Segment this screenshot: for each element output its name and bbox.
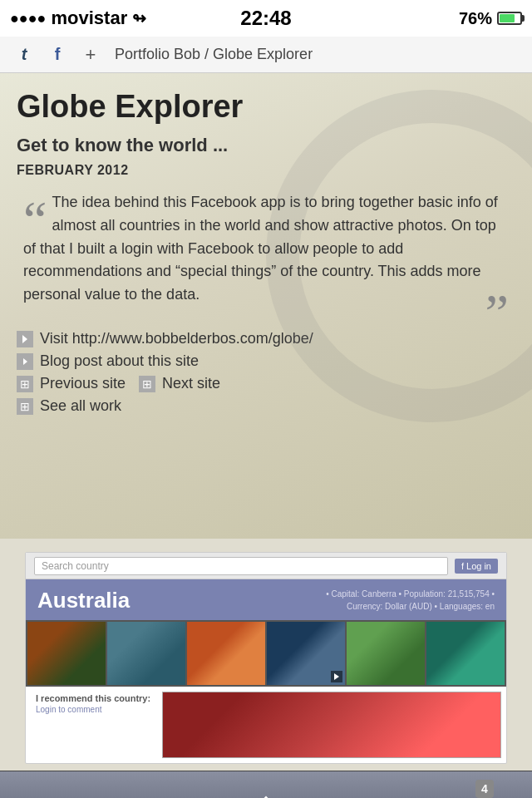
status-bar: ●●●● movistar ↬ 22:48 76% (0, 0, 532, 37)
status-left: ●●●● movistar ↬ (10, 7, 146, 29)
screenshot-country-header: Australia • Capital: Canberra • Populati… (26, 579, 506, 620)
see-all-label: See all work (40, 397, 121, 415)
screenshot-img-3 (187, 622, 265, 685)
country-name: Australia (37, 588, 130, 613)
screenshot-img-1 (27, 622, 106, 685)
recommend-link[interactable]: Login to comment (36, 705, 150, 714)
status-right: 76% (459, 9, 522, 28)
back-button[interactable] (42, 783, 91, 799)
tumblr-icon[interactable]: t (12, 42, 37, 67)
blog-label: Blog post about this site (40, 352, 199, 370)
screenshot-bottom: I recommend this country: Login to comme… (26, 687, 506, 763)
screenshot-search-box: Search country (34, 557, 448, 575)
facebook-icon[interactable]: f (45, 42, 70, 67)
battery-percentage: 76% (459, 9, 492, 28)
red-photo-preview (162, 692, 501, 758)
country-meta: • Capital: Canberra • Population: 21,515… (312, 588, 495, 613)
signal-icon: ●●●● (10, 10, 47, 27)
blog-icon (17, 353, 33, 370)
screenshot-img-6 (426, 622, 505, 685)
bookmarks-icon (352, 794, 380, 799)
nav-bar: t f + Portfolio Bob / Globe Explorer (0, 37, 532, 73)
visit-icon (17, 331, 33, 347)
tabs-count: 4 (475, 780, 494, 798)
nav-title: Portfolio Bob / Globe Explorer (115, 46, 313, 63)
recommend-title: I recommend this country: (36, 693, 150, 703)
forward-button[interactable] (141, 783, 191, 799)
screenshot-img-5 (347, 622, 425, 685)
share-icon (252, 794, 280, 799)
previous-site-link[interactable]: Previous site (17, 375, 126, 392)
add-icon[interactable]: + (78, 42, 103, 67)
tabs-icon (453, 796, 478, 799)
share-button[interactable] (241, 783, 291, 799)
screenshot-images (26, 620, 506, 687)
next-label: Next site (162, 375, 220, 392)
screenshot-header: Search country f Log in (26, 553, 506, 579)
previous-label: Previous site (40, 375, 126, 392)
wifi-icon: ↬ (132, 8, 146, 28)
open-quote-mark: “ (23, 204, 47, 236)
screenshot-img-2 (107, 622, 185, 685)
battery-icon (497, 12, 522, 25)
play-button[interactable] (331, 671, 342, 682)
carrier-label: movistar (52, 7, 128, 29)
main-content: Globe Explorer Get to know the world ...… (0, 73, 532, 539)
quote-container: “ The idea behind this Facebook app is t… (17, 191, 515, 313)
next-icon (139, 376, 155, 392)
screenshot-section: Search country f Log in Australia • Capi… (0, 539, 532, 771)
quote-text: The idea behind this Facebook app is to … (23, 191, 509, 307)
screenshot-search-text: Search country (42, 560, 109, 572)
screenshot-img-4 (267, 622, 345, 685)
time-label: 22:48 (240, 7, 291, 30)
recommend-section: I recommend this country: Login to comme… (29, 690, 157, 760)
bottom-toolbar: 4 (0, 771, 532, 798)
see-all-icon (17, 398, 33, 415)
screenshot-frame: Search country f Log in Australia • Capi… (25, 552, 507, 764)
prev-icon (17, 376, 33, 392)
tabs-button[interactable]: 4 (441, 783, 490, 799)
screenshot-login-btn: f Log in (455, 559, 498, 574)
next-site-link[interactable]: Next site (139, 375, 220, 392)
bookmarks-button[interactable] (341, 783, 391, 799)
